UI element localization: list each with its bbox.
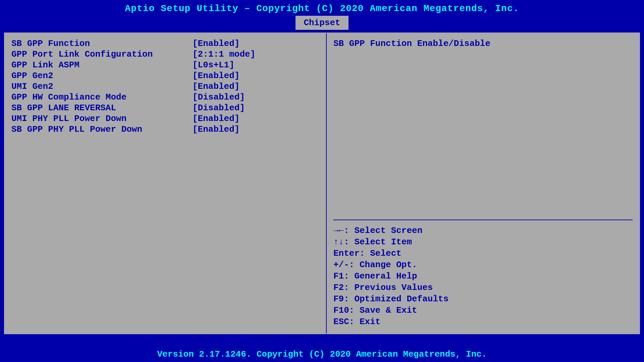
left-panel: SB GPP Function[Enabled]GPP Port Link Co… (5, 33, 327, 334)
right-panel: SB GPP Function Enable/Disable →←: Selec… (327, 33, 639, 334)
menu-item-label: GPP Port Link Configuration (11, 49, 193, 59)
menu-row[interactable]: GPP Port Link Configuration[2:1:1 mode] (11, 49, 319, 59)
tab-bar: Chipset (0, 14, 644, 30)
header-title: Aptio Setup Utility – Copyright (C) 2020… (0, 0, 644, 14)
menu-item-value: [L0s+L1] (193, 60, 234, 70)
hint-opt-defaults: F9: Optimized Defaults (333, 294, 633, 304)
menu-item-value: [Enabled] (193, 81, 239, 92)
hint-general-help: F1: General Help (333, 271, 633, 281)
menu-row[interactable]: GPP HW Compliance Mode[Disabled] (11, 92, 319, 102)
footer-text: Version 2.17.1246. Copyright (C) 2020 Am… (0, 347, 644, 362)
menu-row[interactable]: SB GPP PHY PLL Power Down[Enabled] (11, 124, 319, 134)
menu-row[interactable]: UMI PHY PLL Power Down[Enabled] (11, 114, 319, 124)
main-content: SB GPP Function[Enabled]GPP Port Link Co… (4, 33, 640, 334)
menu-item-label: GPP Link ASPM (11, 60, 193, 70)
tab-chipset[interactable]: Chipset (296, 16, 348, 30)
menu-item-value: [Enabled] (193, 71, 239, 81)
menu-item-label: SB GPP PHY PLL Power Down (11, 124, 193, 134)
menu-row[interactable]: SB GPP Function[Enabled] (11, 39, 319, 49)
divider (333, 220, 633, 220)
hint-select-item: ↑↓: Select Item (333, 237, 633, 247)
hint-prev-values: F2: Previous Values (333, 283, 633, 293)
menu-item-value: [Disabled] (193, 103, 245, 113)
menu-item-value: [2:1:1 mode] (193, 49, 255, 59)
menu-item-value: [Disabled] (193, 92, 245, 102)
menu-row[interactable]: UMI Gen2[Enabled] (11, 81, 319, 92)
menu-item-label: GPP HW Compliance Mode (11, 92, 193, 102)
menu-item-value: [Enabled] (193, 114, 239, 124)
menu-item-label: SB GPP LANE REVERSAL (11, 103, 193, 113)
menu-row[interactable]: GPP Link ASPM[L0s+L1] (11, 60, 319, 70)
menu-row[interactable]: SB GPP LANE REVERSAL[Disabled] (11, 103, 319, 113)
key-hints: →←: Select Screen ↑↓: Select Item Enter:… (333, 226, 633, 328)
hint-esc-exit: ESC: Exit (333, 317, 633, 327)
menu-row[interactable]: GPP Gen2[Enabled] (11, 71, 319, 81)
hint-save-exit: F10: Save & Exit (333, 305, 633, 315)
menu-item-value: [Enabled] (193, 39, 239, 49)
hint-enter-select: Enter: Select (333, 248, 633, 258)
hint-change-opt: +/-: Change Opt. (333, 260, 633, 270)
menu-item-label: UMI Gen2 (11, 81, 193, 92)
menu-item-value: [Enabled] (193, 124, 239, 134)
menu-item-label: GPP Gen2 (11, 71, 193, 81)
menu-item-label: SB GPP Function (11, 39, 193, 49)
menu-item-label: UMI PHY PLL Power Down (11, 114, 193, 124)
hint-select-screen: →←: Select Screen (333, 226, 633, 236)
help-description: SB GPP Function Enable/Disable (333, 39, 633, 49)
